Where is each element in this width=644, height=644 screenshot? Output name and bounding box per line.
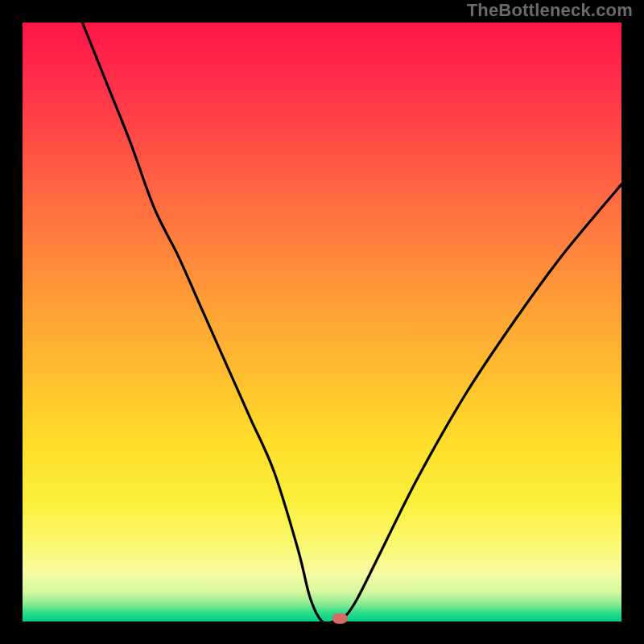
chart-frame: TheBottleneck.com [0,0,644,644]
plot-area [23,23,621,621]
watermark-text: TheBottleneck.com [467,0,633,21]
minimum-marker [332,613,347,623]
plot-svg [23,23,621,621]
bottleneck-curve [82,23,621,624]
